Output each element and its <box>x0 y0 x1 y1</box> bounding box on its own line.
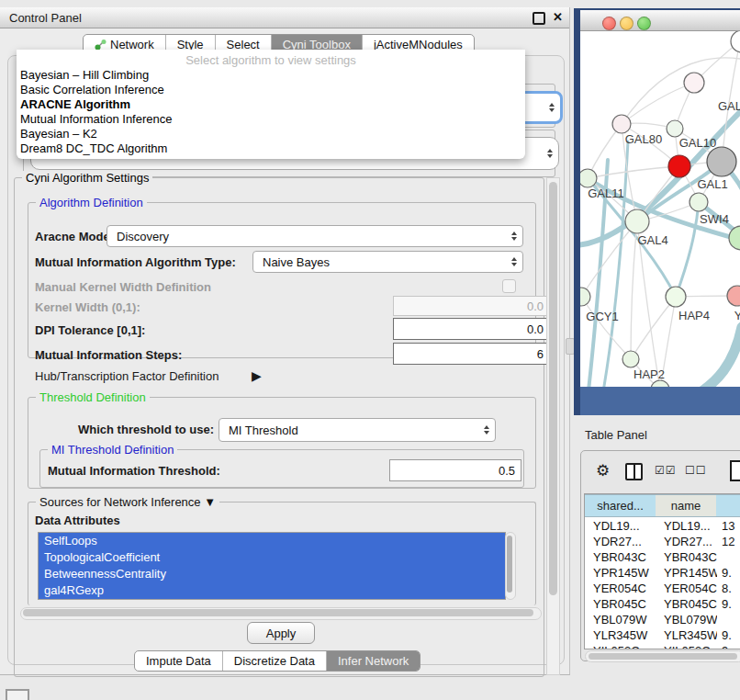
attribute-item[interactable]: SelfLoops <box>39 533 505 549</box>
settings-vscrollbar[interactable] <box>546 177 560 675</box>
column-header[interactable]: shared... <box>585 494 656 517</box>
kernel-width-label: Kernel Width (0,1): <box>35 300 140 314</box>
attribute-item[interactable]: BetweennessCentrality <box>39 566 505 582</box>
mac-minimize-icon[interactable] <box>620 17 633 30</box>
node-label: HAP2 <box>633 367 665 381</box>
table-cell[interactable]: YBR043C <box>664 550 717 564</box>
control-panel-titlebar[interactable]: Control Panel ✕ <box>0 7 569 28</box>
bottom-tab-impute-data[interactable]: Impute Data <box>135 651 223 671</box>
close-icon[interactable]: ✕ <box>553 10 563 24</box>
data-attributes-list[interactable]: SelfLoopsTopologicalCoefficientBetweenne… <box>38 532 506 600</box>
table-cell[interactable]: YDL19... <box>593 519 656 533</box>
network-node[interactable] <box>622 351 639 367</box>
attribute-item[interactable]: gal4RGexp <box>39 582 505 599</box>
table-cell[interactable]: 8. <box>722 581 740 595</box>
table-cell[interactable]: YPR145W <box>593 566 656 580</box>
algorithm-option[interactable]: Basic Correlation Inference <box>20 83 164 96</box>
mi-algorithm-type-combobox[interactable]: Naive Bayes <box>252 251 523 273</box>
threshold-definition-group: Threshold Definition Which threshold to … <box>28 397 536 489</box>
desktop: Control Panel ✕ NetworkStyleSelectCyni T… <box>0 0 740 700</box>
collapsed-panel-grip[interactable] <box>6 689 29 700</box>
column-header[interactable]: name <box>656 494 717 517</box>
kernel-width-field[interactable]: 0.0 <box>393 296 550 316</box>
node-label: GAL4 <box>637 233 667 247</box>
table-cell[interactable]: YDR27... <box>593 535 656 548</box>
algorithm-option[interactable]: Bayesian – K2 <box>20 127 97 141</box>
mi-steps-field[interactable]: 6 <box>393 343 550 365</box>
network-node[interactable] <box>707 147 736 176</box>
network-canvas[interactable]: GALGAL80GAL10GAL1GAL11SWI4GAL4GCY1HAP4YH… <box>580 31 740 387</box>
bottom-tab-infer-network[interactable]: Infer Network <box>327 651 420 671</box>
new-table-icon[interactable] <box>730 460 740 481</box>
table-cell[interactable]: YBR043C <box>593 550 656 564</box>
algorithm-option[interactable]: Dream8 DC_TDC Algorithm <box>20 141 167 155</box>
network-node[interactable] <box>612 115 631 133</box>
mi-algorithm-type-label: Mutual Information Algorithm Type: <box>35 255 236 269</box>
table-cell[interactable]: YLR345W <box>593 628 656 642</box>
manual-kernel-checkbox[interactable] <box>502 279 516 293</box>
apply-button[interactable]: Apply <box>247 622 315 644</box>
mi-threshold-field[interactable]: 0.5 <box>389 459 521 481</box>
network-node[interactable] <box>580 169 597 187</box>
network-node[interactable] <box>690 193 708 211</box>
network-node[interactable] <box>625 209 649 233</box>
table-cell[interactable]: 12 <box>722 535 740 548</box>
sources-collapse-arrow-icon[interactable]: ▼ <box>204 495 216 509</box>
network-node[interactable] <box>651 380 669 387</box>
control-panel-title: Control Panel <box>9 11 82 25</box>
table-cell[interactable]: YBL079W <box>664 613 717 627</box>
bottom-tabbar: Impute DataDiscretize DataInfer Network <box>134 650 420 672</box>
table-cell[interactable]: 9 <box>722 644 740 649</box>
network-node[interactable] <box>668 155 690 177</box>
algorithm-option[interactable]: Mutual Information Inference <box>20 112 172 126</box>
network-node[interactable] <box>667 120 683 137</box>
algorithm-option[interactable]: ARACNE Algorithm <box>20 97 130 111</box>
table-cell[interactable]: YPR145W <box>664 566 717 580</box>
hub-definition-label[interactable]: Hub/Transcription Factor Definition <box>35 369 219 383</box>
table-cell[interactable]: YLR345W <box>664 628 717 642</box>
network-node[interactable] <box>731 31 740 52</box>
table-cell[interactable]: YBR045C <box>593 597 656 611</box>
float-window-icon[interactable] <box>533 12 545 25</box>
table-cell[interactable]: YDR27... <box>664 535 717 548</box>
table-cell[interactable]: 9. <box>722 628 740 642</box>
node-label: GAL <box>718 99 740 113</box>
deselect-all-checkboxes-icon[interactable]: ☐☐ <box>685 464 707 477</box>
attributes-scrollbar[interactable] <box>505 532 516 600</box>
gear-icon[interactable]: ⚙ <box>596 461 610 480</box>
aracne-mode-label: Aracne Mode: <box>35 230 114 243</box>
settings-hscrollbar[interactable] <box>20 607 542 620</box>
table-cell[interactable]: 13 <box>722 519 740 533</box>
table-cell[interactable]: 9. <box>722 566 740 580</box>
network-window-titlebar[interactable] <box>580 10 740 31</box>
table-cell[interactable]: YER054C <box>593 581 656 595</box>
table-cell[interactable]: YIL053C <box>664 644 717 649</box>
table-cell[interactable]: YER054C <box>664 581 717 595</box>
table-cell[interactable]: YBR045C <box>664 597 717 611</box>
network-node[interactable] <box>727 286 740 306</box>
table-hscrollbar[interactable] <box>585 650 740 662</box>
algorithm-option[interactable]: Bayesian – Hill Climbing <box>20 68 149 82</box>
column-header[interactable] <box>716 494 740 517</box>
table-cell[interactable]: 9. <box>722 597 740 611</box>
aracne-mode-value: Discovery <box>117 230 169 243</box>
table-cell[interactable]: YBL079W <box>593 613 656 627</box>
select-all-checkboxes-icon[interactable]: ☑☑ <box>655 464 677 477</box>
network-node[interactable] <box>684 73 704 93</box>
which-threshold-combobox[interactable]: MI Threshold <box>219 418 496 442</box>
mac-zoom-icon[interactable] <box>637 17 651 30</box>
table-cell[interactable]: YIL053C <box>593 644 656 649</box>
sources-group: Sources for Network Inference ▼ Data Att… <box>28 502 536 605</box>
bottom-tab-discretize-data[interactable]: Discretize Data <box>223 651 327 671</box>
network-node[interactable] <box>666 287 686 307</box>
table-cell[interactable]: YDL19... <box>664 519 717 533</box>
aracne-mode-combobox[interactable]: Discovery <box>107 225 523 247</box>
node-table[interactable]: shared...nameYDL19...YDL19...13YDR27...Y… <box>584 493 740 649</box>
hub-expand-arrow-icon[interactable]: ▶ <box>252 368 262 383</box>
mac-close-icon[interactable] <box>602 17 616 30</box>
attribute-item[interactable]: TopologicalCoefficient <box>39 549 505 566</box>
columns-icon[interactable] <box>625 463 643 480</box>
network-node[interactable] <box>580 288 590 306</box>
dpi-tolerance-field[interactable]: 0.0 <box>393 318 550 340</box>
node-label: HAP4 <box>678 309 710 322</box>
